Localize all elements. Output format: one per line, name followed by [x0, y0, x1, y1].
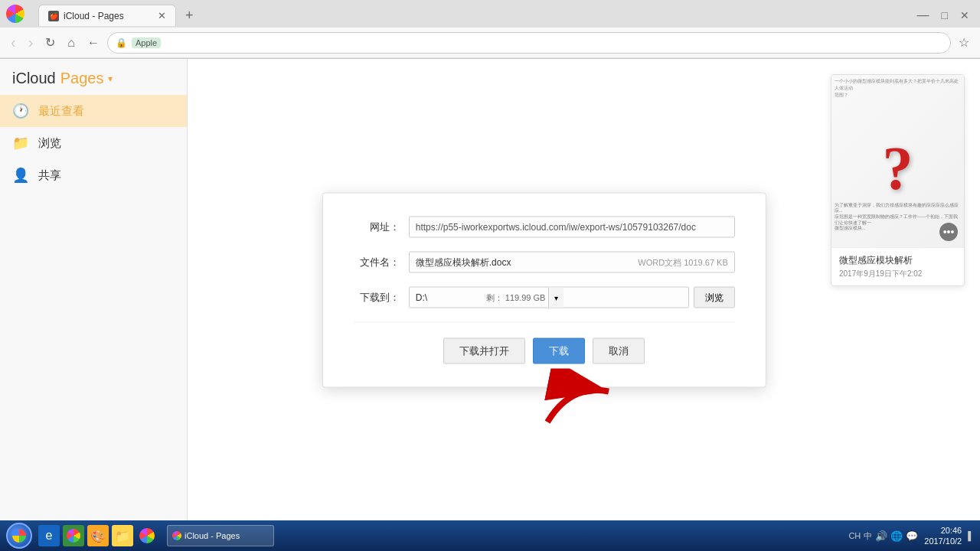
- sidebar-item-recent[interactable]: 🕐 最近查看: [0, 95, 187, 127]
- clock-date: 2017/10/2: [924, 536, 962, 546]
- doc-preview-card: 一个小小的微型感应模块能到底有多大？把某半价十几米高处人体活动 范围？ ? 为了…: [831, 74, 965, 286]
- ime-tray-icon: 中: [864, 530, 872, 542]
- address-bar[interactable]: 🔒 Apple: [107, 32, 951, 54]
- browse-icon: 📁: [12, 135, 29, 152]
- download-button[interactable]: 下载: [533, 338, 585, 364]
- sidebar-item-recent-label: 最近查看: [38, 104, 84, 119]
- taskbar-icloud-icon[interactable]: [136, 525, 158, 546]
- pages-brand: Pages: [60, 70, 104, 87]
- window-controls: — □ ✕: [913, 7, 980, 24]
- cancel-button[interactable]: 取消: [593, 338, 645, 364]
- taskbar-tray: CH 中 🔊 🌐 💬 20:46 2017/10/2 ▌: [848, 525, 974, 547]
- show-desktop-button[interactable]: ▌: [968, 531, 974, 540]
- url-input[interactable]: [409, 217, 735, 238]
- doc-preview-text: 一个小小的微型感应模块能到底有多大？把某半价十几米高处人体活动 范围？: [835, 78, 961, 99]
- tab-close-button[interactable]: ✕: [158, 10, 166, 21]
- taskbar-folder-icon[interactable]: 📁: [112, 525, 133, 546]
- sidebar-item-browse[interactable]: 📁 浏览: [0, 127, 187, 159]
- taskbar-clock: 20:46 2017/10/2: [924, 525, 962, 547]
- start-logo-icon: [12, 529, 26, 543]
- tab-bar: 🍎 iCloud - Pages ✕ + — □ ✕: [0, 0, 980, 28]
- start-button[interactable]: [6, 523, 32, 549]
- sidebar-item-share-label: 共享: [38, 168, 61, 183]
- back-button[interactable]: ‹: [6, 31, 21, 54]
- path-dropdown-button[interactable]: ▾: [548, 288, 564, 308]
- sidebar: iCloud Pages ▾ 🕐 最近查看 📁 浏览 👤 共享: [0, 59, 188, 521]
- path-input[interactable]: [410, 292, 486, 303]
- address-lock-icon: 🔒: [116, 37, 127, 48]
- question-mark-icon: ?: [883, 134, 913, 204]
- sidebar-header: iCloud Pages ▾: [0, 59, 187, 95]
- main-content: 网址： 文件名： WORD文档 1019.67 KB 下载到：: [188, 59, 980, 521]
- doc-preview-image: 一个小小的微型感应模块能到底有多大？把某半价十几米高处人体活动 范围？ ? 为了…: [831, 75, 964, 247]
- new-tab-button[interactable]: +: [179, 8, 200, 24]
- folder-logo-icon: 📁: [115, 529, 130, 543]
- save-to-label: 下载到：: [354, 291, 400, 305]
- browser-logo-icon: [6, 5, 24, 23]
- icloud-taskbar-logo-icon: [139, 528, 155, 543]
- doc-preview-date: 2017年9月19日下午2:02: [839, 269, 956, 279]
- back-url-button[interactable]: ←: [83, 33, 104, 53]
- nav-bar: ‹ › ↻ ⌂ ← 🔒 Apple ☆: [0, 28, 980, 58]
- disk-space-label: 剩： 119.99 GB: [486, 292, 549, 303]
- tray-icons: CH 中 🔊 🌐 💬: [848, 530, 918, 542]
- doc-preview-footer: 微型感应模块解析 2017年9月19日下午2:02: [831, 247, 964, 285]
- window-maximize-button[interactable]: □: [937, 8, 952, 23]
- url-label: 网址：: [354, 220, 400, 234]
- share-icon: 👤: [12, 167, 29, 184]
- doc-preview-more-button[interactable]: •••: [939, 223, 958, 241]
- active-tab[interactable]: 🍎 iCloud - Pages ✕: [38, 5, 176, 26]
- taskbar-active-window[interactable]: iCloud - Pages: [167, 525, 274, 546]
- path-input-wrap: 剩： 119.99 GB ▾: [409, 287, 689, 308]
- filename-input-wrap: WORD文档 1019.67 KB: [409, 252, 735, 273]
- pages-dropdown-icon[interactable]: ▾: [108, 73, 113, 84]
- volume-tray-icon[interactable]: 🔊: [875, 530, 887, 542]
- taskbar: e 🎨 📁 iCloud - Pages CH 中 🔊 🌐 💬: [0, 520, 980, 551]
- bookmark-button[interactable]: ☆: [954, 32, 974, 53]
- address-text: Apple: [132, 37, 161, 48]
- browser-taskbar-logo-icon: [67, 529, 80, 543]
- filename-input[interactable]: [410, 257, 639, 268]
- taskbar-browser-icon[interactable]: [63, 525, 84, 546]
- dialog-buttons: 下载并打开 下载 取消: [354, 338, 735, 364]
- sidebar-item-browse-label: 浏览: [38, 136, 61, 151]
- network-tray-icon: 🌐: [890, 530, 903, 542]
- browser-chrome: 🍎 iCloud - Pages ✕ + — □ ✕ ‹ › ↻ ⌂ ← 🔒 A…: [0, 0, 980, 59]
- ie-logo-icon: e: [46, 529, 53, 543]
- doc-preview-title: 微型感应模块解析: [839, 254, 956, 267]
- taskbar-ie-icon[interactable]: e: [38, 525, 60, 546]
- browser-window: 🍎 iCloud - Pages ✕ + — □ ✕ ‹ › ↻ ⌂ ← 🔒 A…: [0, 0, 980, 551]
- download-dialog: 网址： 文件名： WORD文档 1019.67 KB 下载到：: [322, 193, 766, 388]
- icloud-brand: iCloud: [12, 70, 56, 87]
- tab-title: iCloud - Pages: [64, 11, 153, 21]
- notification-tray-icon[interactable]: 💬: [906, 530, 918, 542]
- save-path-row: 下载到： 剩： 119.99 GB ▾ 浏览: [354, 287, 735, 308]
- arrow-indicator: [540, 369, 632, 433]
- active-window-icon: [172, 531, 181, 540]
- taskbar-active-label: iCloud - Pages: [185, 531, 240, 540]
- dialog-divider: [354, 322, 735, 323]
- clock-time: 20:46: [924, 525, 962, 536]
- sidebar-item-share[interactable]: 👤 共享: [0, 159, 187, 191]
- red-arrow-icon: [540, 369, 632, 430]
- refresh-button[interactable]: ↻: [41, 32, 60, 53]
- window-close-button[interactable]: ✕: [956, 8, 974, 23]
- keyboard-tray-icon: CH: [848, 531, 861, 540]
- path-row: 剩： 119.99 GB ▾ 浏览: [409, 287, 735, 308]
- taskbar-paint-icon[interactable]: 🎨: [87, 525, 109, 546]
- forward-button[interactable]: ›: [24, 31, 38, 54]
- filename-label: 文件名：: [354, 256, 400, 269]
- home-button[interactable]: ⌂: [63, 33, 80, 53]
- window-minimize-button[interactable]: —: [913, 7, 934, 24]
- paint-logo-icon: 🎨: [90, 529, 106, 543]
- app-container: iCloud Pages ▾ 🕐 最近查看 📁 浏览 👤 共享: [0, 59, 980, 521]
- recent-icon: 🕐: [12, 103, 29, 119]
- download-open-button[interactable]: 下载并打开: [443, 338, 525, 364]
- filename-row: 文件名： WORD文档 1019.67 KB: [354, 252, 735, 273]
- browse-button[interactable]: 浏览: [694, 287, 735, 308]
- file-meta: WORD文档 1019.67 KB: [638, 256, 733, 268]
- url-row: 网址：: [354, 217, 735, 238]
- tab-favicon-icon: 🍎: [48, 11, 59, 21]
